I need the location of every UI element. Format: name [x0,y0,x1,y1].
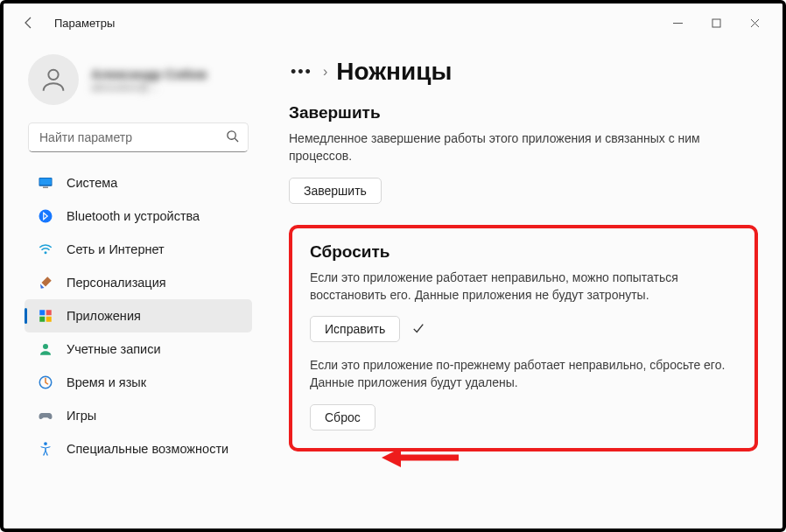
repair-button[interactable]: Исправить [310,316,400,342]
maximize-button[interactable] [697,10,735,36]
person-icon [39,65,68,94]
monitor-icon [37,174,54,192]
apps-icon [37,307,54,325]
bluetooth-icon [37,207,54,225]
check-icon [412,322,425,337]
avatar [28,54,79,105]
back-button[interactable] [19,13,39,32]
close-icon [750,18,760,28]
profile-name: Александр Собов [91,66,207,81]
clock-globe-icon [37,374,54,391]
svg-rect-5 [43,187,48,189]
sidebar-item-personalization[interactable]: Персонализация [25,266,252,299]
search-input[interactable] [39,130,226,144]
annotation-highlight-frame: Сбросить Если это приложение работает не… [289,225,758,452]
profile-block[interactable]: Александр Собов alexsobov@... [28,54,252,105]
terminate-button[interactable]: Завершить [289,178,382,204]
chevron-right-icon: › [323,64,327,80]
titlebar: Параметры [4,4,782,42]
sidebar-item-accessibility[interactable]: Специальные возможности [25,432,252,466]
sidebar-item-label: Игры [67,409,96,423]
profile-text: Александр Собов alexsobov@... [91,66,207,94]
window-title: Параметры [54,17,115,30]
svg-point-1 [48,70,58,80]
sidebar-item-label: Персонализация [67,276,166,290]
sidebar-item-bluetooth[interactable]: Bluetooth и устройства [25,200,252,233]
sidebar-item-label: Сеть и Интернет [67,242,165,256]
sidebar-item-accounts[interactable]: Учетные записи [25,332,252,366]
search-box[interactable] [28,122,249,152]
terminate-title: Завершить [289,103,758,122]
reset-title: Сбросить [310,242,737,262]
sidebar-item-label: Приложения [67,309,141,323]
wifi-icon [37,241,54,258]
svg-rect-11 [46,317,52,322]
sidebar-item-time-language[interactable]: Время и язык [25,366,252,399]
sidebar-item-label: Время и язык [67,375,146,389]
sidebar-item-label: Учетные записи [67,342,161,356]
sidebar-item-network[interactable]: Сеть и Интернет [25,233,252,266]
svg-point-12 [43,344,48,349]
sidebar-item-system[interactable]: Система [25,166,252,200]
terminate-desc: Немедленное завершение работы этого прил… [289,130,758,165]
sidebar-item-gaming[interactable]: Игры [25,399,252,432]
accessibility-icon [37,440,54,458]
svg-point-6 [39,210,53,223]
svg-rect-9 [46,310,52,315]
minimize-button[interactable] [658,10,697,36]
sidebar: Александр Собов alexsobov@... Система [4,42,264,528]
terminate-section: Завершить Немедленное завершение работы … [289,103,758,204]
svg-rect-8 [39,310,45,315]
maximize-icon [712,18,721,28]
close-button[interactable] [735,10,774,36]
repair-row: Исправить [310,316,737,342]
svg-point-14 [44,442,47,445]
settings-window: Параметры Александр Собов alexsobov@... [0,0,786,532]
minimize-icon [673,18,683,28]
sidebar-item-apps[interactable]: Приложения [25,299,252,332]
reset-desc: Если это приложение по-прежнему работает… [310,356,737,392]
svg-point-2 [228,130,235,138]
gamepad-icon [37,407,54,424]
profile-email: alexsobov@... [91,81,207,94]
svg-rect-0 [712,19,720,27]
reset-button[interactable]: Сброс [310,404,375,430]
svg-rect-10 [39,317,45,322]
page-title: Ножницы [336,58,452,86]
arrow-left-icon [22,16,36,30]
accounts-icon [37,340,54,358]
svg-point-7 [45,251,47,254]
repair-desc: Если это приложение работает неправильно… [310,269,737,304]
breadcrumb-more-button[interactable]: ••• [289,60,314,85]
content-pane: ••• › Ножницы Завершить Немедленное заве… [264,42,782,528]
brush-icon [37,274,54,291]
sidebar-item-label: Специальные возможности [67,442,228,456]
window-controls [658,10,774,36]
svg-rect-4 [39,178,52,186]
breadcrumb: ••• › Ножницы [289,58,758,86]
search-icon [226,130,239,146]
sidebar-item-label: Система [67,176,117,190]
sidebar-item-label: Bluetooth и устройства [67,209,200,223]
nav-list: Система Bluetooth и устройства Сеть и Ин… [25,166,252,466]
